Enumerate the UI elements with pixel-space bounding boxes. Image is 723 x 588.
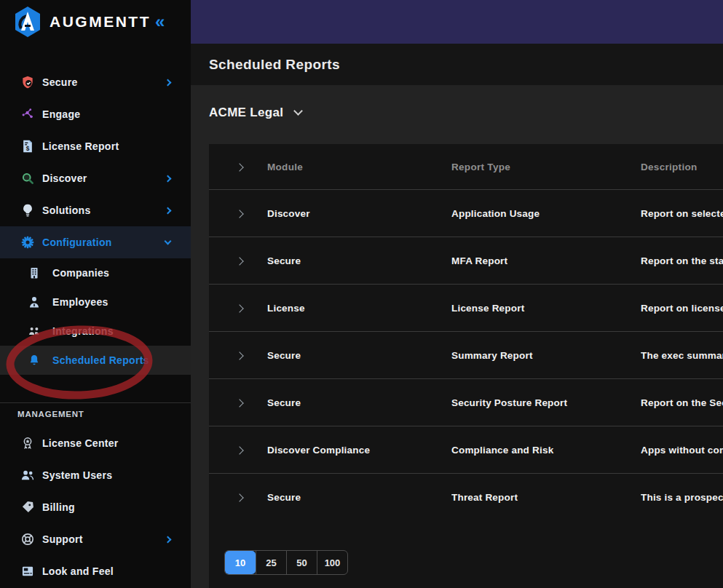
cell-description: Apps without comp: [641, 445, 723, 456]
row-expand-icon[interactable]: [235, 351, 243, 359]
row-expand-icon[interactable]: [235, 257, 243, 265]
table-header-row: Module Report Type Description: [209, 144, 723, 189]
price-tag-icon: [20, 500, 35, 514]
chevron-right-icon: [165, 207, 172, 214]
table-row[interactable]: Secure Threat Report This is a prospecti…: [209, 473, 723, 520]
sidebar-item-integrations[interactable]: Integrations: [0, 317, 191, 346]
cell-module: Secure: [267, 492, 451, 503]
page-size-option-25[interactable]: 25: [256, 551, 286, 574]
cell-report-type: Compliance and Risk: [451, 445, 641, 456]
cell-report-type: Security Posture Report: [451, 397, 641, 408]
column-header-module: Module: [267, 162, 451, 172]
magnifier-icon: [20, 171, 35, 186]
sidebar-item-system-users[interactable]: System Users: [0, 459, 191, 491]
column-header-report-type: Report Type: [451, 162, 641, 172]
row-expand-icon[interactable]: [235, 493, 243, 501]
cell-report-type: MFA Report: [451, 255, 641, 266]
cell-module: Secure: [267, 350, 451, 361]
sidebar: AUGMENTT « Secure Engage $ License Repor…: [0, 0, 191, 588]
sidebar-item-support[interactable]: Support: [0, 523, 191, 555]
sidebar-item-label: Support: [42, 533, 83, 545]
sidebar-item-discover[interactable]: Discover: [0, 162, 191, 194]
table-row[interactable]: Discover Application Usage Report on sel…: [209, 189, 723, 237]
sidebar-item-label: License Report: [42, 140, 119, 152]
document-dollar-icon: $: [20, 139, 35, 154]
sidebar-item-look-and-feel[interactable]: Look and Feel: [0, 555, 191, 587]
cell-report-type: License Report: [451, 303, 641, 314]
cell-description: Report on the statu: [641, 255, 723, 266]
building-icon: [28, 266, 41, 279]
integrations-icon: [28, 325, 41, 338]
page-size-option-100[interactable]: 100: [317, 551, 347, 574]
cell-report-type: Application Usage: [451, 208, 641, 219]
sidebar-item-label: Scheduled Reports: [52, 354, 149, 366]
table-row[interactable]: Secure MFA Report Report on the statu: [209, 237, 723, 284]
lifebuoy-icon: [20, 532, 35, 547]
row-expand-icon[interactable]: [235, 163, 243, 171]
management-section-label: MANAGEMENT: [17, 410, 191, 418]
cell-description: Report on selected: [641, 208, 723, 219]
cell-module: Secure: [267, 397, 451, 408]
cell-description: Report on license u: [641, 303, 723, 314]
content-area: ACME Legal Module Report Type Descriptio…: [191, 85, 723, 588]
sidebar-item-billing[interactable]: Billing: [0, 491, 191, 523]
row-expand-icon[interactable]: [235, 399, 243, 407]
cell-report-type: Summary Report: [451, 350, 641, 361]
sidebar-collapse-icon[interactable]: «: [155, 13, 165, 31]
row-expand-icon[interactable]: [235, 446, 243, 454]
augmentt-logo-icon: [13, 6, 42, 38]
sidebar-divider: [0, 402, 191, 403]
sidebar-item-label: Look and Feel: [42, 565, 114, 577]
sidebar-item-companies[interactable]: Companies: [0, 258, 191, 287]
users-icon: [20, 468, 35, 482]
company-selector[interactable]: ACME Legal: [209, 85, 723, 122]
sidebar-item-label: Engage: [42, 108, 80, 120]
sidebar-item-label: Billing: [42, 501, 75, 513]
cell-module: Secure: [267, 255, 451, 266]
sidebar-item-label: Secure: [42, 76, 78, 88]
sidebar-item-configuration[interactable]: Configuration: [0, 226, 191, 258]
page-size-option-10[interactable]: 10: [225, 551, 256, 574]
employee-icon: [28, 295, 41, 309]
sidebar-item-license-center[interactable]: License Center: [0, 427, 191, 459]
sidebar-item-engage[interactable]: Engage: [0, 98, 191, 130]
sidebar-item-label: Employees: [52, 296, 108, 308]
sidebar-item-license-report[interactable]: $ License Report: [0, 130, 191, 162]
sidebar-item-label: System Users: [42, 469, 112, 481]
row-expand-icon[interactable]: [235, 210, 243, 218]
brand-wordmark: AUGMENTT: [50, 13, 151, 31]
sidebar-item-label: Integrations: [52, 325, 114, 337]
gear-icon: [20, 235, 35, 250]
row-expand-icon[interactable]: [235, 304, 243, 312]
cell-module: Discover: [267, 208, 451, 219]
cell-description: This is a prospectin: [641, 492, 723, 503]
sidebar-item-employees[interactable]: Employees: [0, 287, 191, 317]
bell-icon: [28, 354, 41, 367]
page-size-option-50[interactable]: 50: [286, 551, 317, 574]
table-row[interactable]: Discover Compliance Compliance and Risk …: [209, 426, 723, 473]
sidebar-item-label: License Center: [42, 437, 119, 449]
lightbulb-icon: [20, 203, 35, 218]
column-header-description: Description: [641, 162, 723, 172]
table-row[interactable]: Secure Security Posture Report Report on…: [209, 378, 723, 426]
sidebar-item-secure[interactable]: Secure: [0, 66, 191, 98]
sidebar-item-scheduled-reports[interactable]: Scheduled Reports: [0, 346, 191, 375]
chevron-down-icon: [293, 106, 303, 116]
table-row[interactable]: License License Report Report on license…: [209, 284, 723, 331]
sidebar-item-solutions[interactable]: Solutions: [0, 194, 191, 226]
chevron-down-icon: [165, 238, 172, 245]
shield-check-icon: [20, 75, 35, 90]
cell-report-type: Threat Report: [451, 492, 641, 503]
cell-description: The exec summary: [641, 350, 723, 361]
page-size-selector: 10 25 50 100: [224, 550, 348, 575]
chevron-right-icon: [165, 79, 172, 86]
table-row[interactable]: Secure Summary Report The exec summary: [209, 331, 723, 378]
page-title: Scheduled Reports: [209, 57, 340, 73]
award-icon: [20, 436, 35, 450]
sidebar-nav: Secure Engage $ License Report Discover: [0, 66, 191, 587]
cell-description: Report on the Secu: [641, 397, 723, 408]
top-app-bar: [191, 0, 723, 44]
scheduled-reports-table: Module Report Type Description Discover …: [209, 144, 723, 588]
company-selector-value: ACME Legal: [209, 106, 283, 120]
main-area: Scheduled Reports ACME Legal Module Repo…: [191, 0, 723, 588]
